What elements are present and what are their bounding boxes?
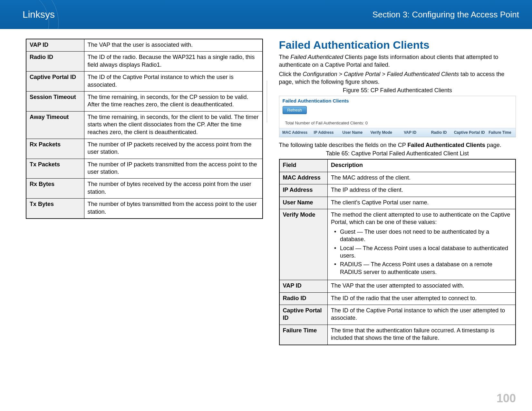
table-row: Captive Portal IDThe ID of the Captive P… (279, 305, 516, 325)
field-cell: VAP ID (26, 39, 84, 52)
field-cell: User Name (279, 197, 328, 209)
list-item: RADIUS — The Access Point uses a databas… (331, 261, 512, 276)
desc-cell: The ID of the Captive Portal instance to… (84, 72, 263, 92)
column-divider (267, 81, 267, 122)
field-cell: Away Timeout (26, 111, 84, 139)
header-cell: Description (328, 159, 516, 172)
field-cell: Radio ID (279, 292, 328, 305)
table-row: VAP IDThe VAP that the user is associate… (26, 39, 263, 52)
table-row: Captive Portal IDThe ID of the Captive P… (26, 72, 263, 92)
desc-cell: The ID of the radio. Because the WAP321 … (84, 52, 263, 72)
table-row: Tx BytesThe number of bytes transmitted … (26, 199, 263, 219)
desc-cell: The MAC address of the client. (328, 172, 516, 184)
field-desc-table-left: VAP IDThe VAP that the user is associate… (26, 39, 263, 219)
col-header: Failure Time (486, 130, 514, 135)
desc-cell: The VAP that the user attempted to assoc… (328, 280, 516, 292)
list-item: Guest — The user does not need to be aut… (331, 228, 512, 243)
col-header: IP Address (309, 130, 338, 135)
section-heading: Failed Authentication Clients (279, 39, 516, 51)
table-row: Verify Mode The method the client attemp… (279, 209, 516, 280)
page-body: VAP IDThe VAP that the user is associate… (0, 29, 532, 345)
figure-caption: Figure 55: CP Failed Authenticated Clien… (279, 87, 516, 94)
col-header: Verify Mode (367, 130, 396, 135)
table-row: Tx PacketsThe number of IP packets trans… (26, 159, 263, 179)
table-row: Rx PacketsThe number of IP packets recei… (26, 139, 263, 159)
page-header: Linksys Section 3: Configuring the Acces… (0, 0, 532, 29)
desc-cell: The number of IP packets received by the… (84, 139, 263, 159)
desc-cell: The time that the authentication failure… (328, 325, 516, 345)
text-bold: Failed Authenticated Clients (407, 142, 485, 148)
field-cell: MAC Address (279, 172, 328, 184)
text-italic: Failed Authenticated (291, 54, 343, 60)
field-cell: Captive Portal ID (26, 72, 84, 92)
text: Click the (279, 71, 303, 77)
col-header: Radio ID (424, 130, 453, 135)
screenshot-header-row: MAC Address IP Address User Name Verify … (279, 128, 516, 137)
text: The (279, 54, 291, 60)
right-column: Failed Authentication Clients The Failed… (279, 39, 516, 345)
table-row: Rx BytesThe number of bytes received by … (26, 179, 263, 199)
table-row: IP AddressThe IP address of the client. (279, 184, 516, 197)
embedded-screenshot: Failed Authentication Clients Refresh To… (279, 96, 516, 137)
section-title: Section 3: Configuring the Access Point (372, 10, 519, 20)
table-caption: Table 65: Captive Portal Failed Authenti… (279, 150, 516, 157)
col-header: User Name (338, 130, 367, 135)
table-intro: The following table describes the fields… (279, 141, 516, 149)
col-header: Captive Portal ID (453, 130, 486, 135)
desc-cell: The VAP that the user is associated with… (84, 39, 263, 52)
refresh-button[interactable]: Refresh (283, 106, 307, 114)
table-row: User NameThe client's Captive Portal use… (279, 197, 516, 209)
field-cell: Rx Packets (26, 139, 84, 159)
desc-cell: The IP address of the client. (328, 184, 516, 197)
table-row: Radio IDThe ID of the radio. Because the… (26, 52, 263, 72)
field-cell: Tx Bytes (26, 199, 84, 219)
table-row: VAP IDThe VAP that the user attempted to… (279, 280, 516, 292)
text: page. (485, 142, 501, 148)
text-italic: Configuration > Captive Portal > Failed … (303, 71, 459, 77)
field-cell: VAP ID (279, 280, 328, 292)
desc-cell: The ID of the radio that the user attemp… (328, 292, 516, 305)
desc-cell: The time remaining, in seconds, for the … (84, 111, 263, 139)
table-header-row: Field Description (279, 159, 516, 172)
field-cell: IP Address (279, 184, 328, 197)
desc-cell: The time remaining, in seconds, for the … (84, 91, 263, 111)
verify-mode-list: Guest — The user does not need to be aut… (331, 228, 512, 276)
field-cell: Rx Bytes (26, 179, 84, 199)
brand-label: Linksys (23, 9, 55, 20)
table-row: MAC AddressThe MAC address of the client… (279, 172, 516, 184)
failed-clients-table: Field Description MAC AddressThe MAC add… (279, 159, 516, 345)
desc-cell: The method the client attempted to use t… (328, 209, 516, 280)
table-row: Away TimeoutThe time remaining, in secon… (26, 111, 263, 139)
desc-cell: The number of bytes received by the acce… (84, 179, 263, 199)
field-cell: Verify Mode (279, 209, 328, 280)
fail-count-label: Total Number of Fail Authenticated Clien… (279, 119, 516, 128)
table-row: Session TimeoutThe time remaining, in se… (26, 91, 263, 111)
header-cell: Field (279, 159, 328, 172)
intro-paragraph: The Failed Authenticated Clients page li… (279, 53, 516, 69)
text: The following table describes the fields… (279, 142, 408, 148)
text: The method the client attempted to use t… (331, 211, 510, 225)
desc-cell: The client's Captive Portal user name. (328, 197, 516, 209)
screenshot-title: Failed Authentication Clients (279, 96, 516, 104)
table-row: Failure TimeThe time that the authentica… (279, 325, 516, 345)
desc-cell: The ID of the Captive Portal instance to… (328, 305, 516, 325)
field-cell: Captive Portal ID (279, 305, 328, 325)
desc-cell: The number of IP packets transmitted fro… (84, 159, 263, 179)
nav-paragraph: Click the Configuration > Captive Portal… (279, 70, 516, 86)
list-item: Local — The Access Point uses a local da… (331, 245, 512, 260)
field-cell: Session Timeout (26, 91, 84, 111)
col-header: VAP ID (396, 130, 424, 135)
field-cell: Failure Time (279, 325, 328, 345)
field-cell: Tx Packets (26, 159, 84, 179)
col-header: MAC Address (281, 130, 309, 135)
page-number: 100 (497, 392, 516, 405)
left-column: VAP IDThe VAP that the user is associate… (26, 39, 263, 345)
table-row: Radio IDThe ID of the radio that the use… (279, 292, 516, 305)
field-cell: Radio ID (26, 52, 84, 72)
desc-cell: The number of bytes transmitted from the… (84, 199, 263, 219)
